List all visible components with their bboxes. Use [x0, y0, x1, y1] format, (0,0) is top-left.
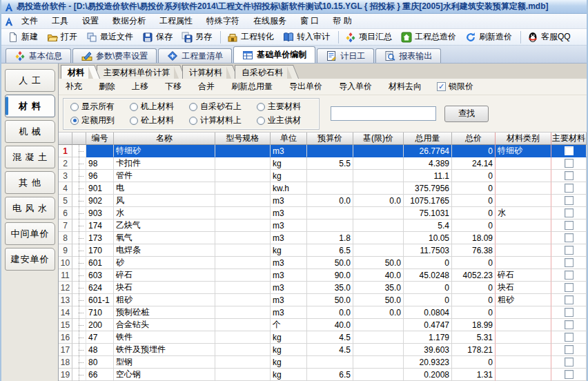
column-header[interactable]: 材料类别	[496, 133, 551, 145]
table-cell[interactable]: 80	[86, 356, 114, 369]
table-cell[interactable]: 710	[86, 306, 114, 319]
table-cell[interactable]	[215, 170, 271, 182]
radio-icon[interactable]	[70, 117, 79, 125]
column-header[interactable]: 型号规格	[215, 133, 271, 145]
table-cell[interactable]: 40.0	[307, 319, 353, 331]
table-cell[interactable]	[353, 232, 404, 244]
main-material-checkbox[interactable]	[565, 221, 574, 230]
table-cell[interactable]: 903	[86, 207, 114, 219]
table-cell[interactable]	[307, 356, 353, 369]
table-cell[interactable]: 型钢	[114, 356, 215, 369]
table-cell[interactable]: 6.5	[307, 369, 353, 381]
radio-icon[interactable]	[257, 117, 265, 125]
main-material-checkbox[interactable]	[565, 283, 574, 292]
table-cell[interactable]	[215, 195, 271, 207]
row-number[interactable]: 17	[59, 344, 72, 356]
table-cell[interactable]	[496, 244, 551, 257]
menu-item[interactable]: 窗 口	[294, 14, 325, 28]
table-cell[interactable]: 174	[86, 219, 114, 232]
column-header[interactable]: 基(限)价	[353, 133, 404, 145]
table-cell[interactable]: 块石	[114, 282, 215, 294]
table-cell[interactable]: 0	[404, 282, 452, 294]
table-row[interactable]: 13601-1粗砂m350.050.000粗砂	[59, 294, 587, 306]
table-cell[interactable]: 0	[452, 195, 496, 207]
table-cell[interactable]: 0.0	[353, 306, 404, 319]
table-cell[interactable]	[215, 207, 271, 219]
table-row[interactable]: 9170电焊条kg6.511.750376.38	[59, 244, 587, 257]
table-cell[interactable]: 0.0804	[404, 306, 452, 319]
sidebar-tab[interactable]: 材 料	[5, 95, 55, 117]
menu-item[interactable]: 数据分析	[106, 14, 152, 28]
table-cell[interactable]	[215, 369, 271, 381]
menu-item[interactable]: 工具	[46, 14, 75, 28]
toolbar-button[interactable]: 保存	[139, 30, 178, 44]
filter-radio[interactable]: 定额用到	[70, 115, 115, 126]
table-cell[interactable]	[496, 331, 551, 344]
radio-icon[interactable]	[189, 103, 197, 111]
row-number[interactable]: 7	[59, 219, 72, 232]
table-cell[interactable]: 4.5	[307, 344, 353, 356]
row-number[interactable]: 2	[59, 157, 72, 170]
table-cell[interactable]	[215, 145, 271, 157]
table-cell[interactable]: 601-1	[86, 294, 114, 306]
table-cell[interactable]: 粗砂	[114, 294, 215, 306]
table-cell[interactable]	[353, 319, 404, 331]
table-cell[interactable]	[215, 331, 271, 344]
table-cell[interactable]: 0	[452, 257, 496, 269]
main-material-checkbox[interactable]	[565, 308, 574, 317]
table-cell[interactable]: 0	[452, 219, 496, 232]
row-number[interactable]: 5	[59, 195, 72, 207]
table-cell[interactable]: 0.0	[307, 195, 353, 207]
table-cell[interactable]: 预制砼桩	[114, 306, 215, 319]
table-cell[interactable]	[215, 319, 271, 331]
filter-radio[interactable]: 主要材料	[257, 101, 301, 113]
table-cell[interactable]: 0	[452, 145, 496, 157]
table-cell[interactable]	[215, 344, 271, 356]
table-cell[interactable]: m3	[271, 269, 307, 282]
row-number[interactable]: 9	[59, 244, 72, 257]
toolbar-button[interactable]: 新建	[4, 30, 43, 44]
main-tab[interactable]: 基础单价编制	[233, 46, 315, 63]
sub-tab[interactable]: 材料	[61, 65, 88, 79]
main-tab[interactable]: 工程量清单	[158, 48, 232, 63]
table-cell[interactable]: 水	[496, 207, 551, 219]
table-row[interactable]: 11603碎石m390.040.045.02484052.23碎石	[59, 269, 587, 282]
table-cell[interactable]	[353, 182, 404, 195]
sub-tab[interactable]: 计算材料	[182, 65, 226, 79]
table-cell[interactable]: 902	[86, 195, 114, 207]
sidebar-tab[interactable]: 电 风 水	[5, 197, 55, 219]
table-cell[interactable]: 200	[86, 319, 114, 331]
menu-item[interactable]: 特殊字符	[200, 14, 246, 28]
table-row[interactable]: 12624块石m335.035.000块石	[59, 282, 587, 294]
sidebar-tab[interactable]: 机 械	[5, 120, 55, 143]
table-cell[interactable]: kg	[271, 157, 307, 170]
table-cell[interactable]: 0.0	[353, 195, 404, 207]
table-cell[interactable]	[307, 219, 353, 232]
main-material-checkbox[interactable]	[565, 146, 574, 155]
radio-icon[interactable]	[189, 117, 197, 125]
table-cell[interactable]: m3	[271, 232, 307, 244]
main-material-checkbox[interactable]	[565, 295, 574, 304]
table-cell[interactable]	[215, 282, 271, 294]
table-cell[interactable]: m3	[271, 294, 307, 306]
toolbar-button[interactable]: 转入审计	[280, 30, 335, 44]
table-row[interactable]: 15200合金钻头个40.00.474718.99	[59, 319, 587, 331]
toolbar-button[interactable]: 工程转化	[224, 30, 280, 44]
toolbar-button[interactable]: 另存	[178, 30, 217, 44]
table-cell[interactable]: 24.14	[452, 157, 496, 170]
table-cell[interactable]: 98	[86, 157, 114, 170]
table-cell[interactable]: kw.h	[271, 182, 307, 195]
table-cell[interactable]: 0.2008	[404, 369, 452, 381]
table-cell[interactable]	[353, 356, 404, 369]
radio-icon[interactable]	[257, 103, 265, 111]
main-material-checkbox[interactable]	[565, 345, 574, 354]
action-button[interactable]: 刷新总用量	[230, 79, 274, 94]
table-cell[interactable]	[215, 232, 271, 244]
filter-radio[interactable]: 显示所有	[70, 101, 115, 113]
table-cell[interactable]: 20.9323	[404, 356, 452, 369]
sidebar-tab[interactable]: 其 他	[5, 171, 55, 194]
table-cell[interactable]	[215, 244, 271, 257]
table-cell[interactable]: 10.05	[404, 232, 452, 244]
row-number[interactable]: 14	[59, 306, 72, 319]
table-cell[interactable]: m3	[271, 195, 307, 207]
